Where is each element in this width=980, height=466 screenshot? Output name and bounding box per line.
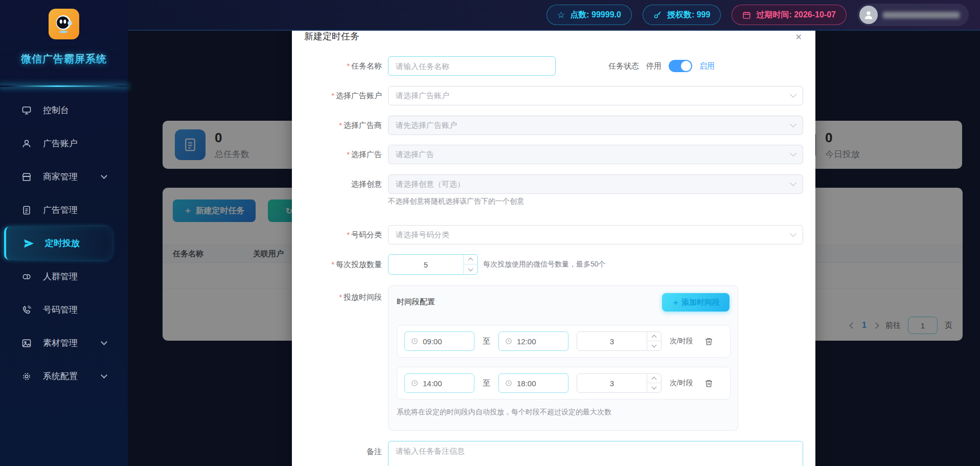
trash-icon[interactable] bbox=[704, 337, 713, 346]
sidebar-item-scheduled-delivery[interactable]: 定时投放 bbox=[4, 227, 112, 260]
chevron-down-icon bbox=[790, 150, 796, 157]
license-badge: 授权数: 999 bbox=[643, 5, 721, 25]
people-icon bbox=[21, 272, 32, 282]
document-icon bbox=[21, 205, 32, 215]
time-range-row: 09:00 至 12:00 次/时段 bbox=[397, 325, 731, 358]
status-toggle[interactable] bbox=[669, 60, 692, 72]
per-count-helper-text: 每次投放使用的微信号数量，最多50个 bbox=[483, 260, 606, 269]
chevron-down-icon bbox=[790, 121, 796, 127]
sidebar-item-ad-accounts[interactable]: 广告账户 bbox=[0, 127, 128, 160]
creative-helper-text: 不选择创意将随机选择该广告下的一个创意 bbox=[388, 197, 524, 206]
field-label-ad-account: *选择广告账户 bbox=[304, 91, 382, 101]
stepper-up-icon[interactable] bbox=[464, 255, 477, 264]
time-section-panel: 时间段配置 ＋添加时间段 09:00 至 12:00 bbox=[388, 285, 738, 431]
field-label-advertiser: *选择广告商 bbox=[304, 121, 382, 130]
creative-select[interactable]: 请选择创意（可选） bbox=[388, 174, 803, 194]
sidebar-item-numbers[interactable]: 号码管理 bbox=[0, 293, 128, 326]
key-icon bbox=[653, 11, 662, 19]
sidebar-item-materials[interactable]: 素材管理 bbox=[0, 326, 128, 360]
start-time-input[interactable]: 09:00 bbox=[404, 331, 474, 351]
stepper-down-icon[interactable] bbox=[464, 264, 477, 274]
chevron-down-icon bbox=[790, 91, 796, 98]
chevron-down-icon bbox=[101, 339, 107, 345]
close-icon[interactable]: ✕ bbox=[795, 32, 802, 42]
add-time-range-button[interactable]: ＋添加时间段 bbox=[662, 293, 730, 312]
app-title: 微信广告霸屏系统 bbox=[0, 52, 128, 66]
clock-icon bbox=[411, 380, 418, 387]
to-label: 至 bbox=[483, 379, 490, 388]
sidebar-item-ads[interactable]: 广告管理 bbox=[0, 193, 128, 227]
chevron-down-icon bbox=[101, 172, 107, 179]
stepper-up-icon[interactable] bbox=[647, 374, 661, 383]
chevron-down-icon bbox=[101, 372, 107, 379]
monitor-icon bbox=[21, 105, 32, 116]
sidebar-menu: 控制台 广告账户 商家管理 广告管理 定时投放 人群管理 号码管理 bbox=[0, 94, 128, 393]
field-label-time-section: *投放时间段 bbox=[304, 285, 382, 302]
phone-icon bbox=[21, 305, 32, 315]
time-range-row: 14:00 至 18:00 次/时段 bbox=[397, 367, 731, 400]
username-redacted bbox=[883, 12, 960, 18]
number-category-select[interactable]: 请选择号码分类 bbox=[388, 225, 803, 245]
end-time-input[interactable]: 18:00 bbox=[498, 373, 568, 393]
top-bar: ☆ 点数: 99999.0 授权数: 999 过期时间: 2026-10-07 bbox=[128, 0, 980, 31]
ad-account-select[interactable]: 请选择广告账户 bbox=[388, 86, 803, 105]
chevron-down-icon bbox=[790, 230, 796, 237]
clock-icon bbox=[411, 338, 418, 345]
time-panel-title: 时间段配置 bbox=[397, 297, 435, 307]
plus-icon: ＋ bbox=[672, 298, 679, 307]
field-label-remark: 备注 bbox=[304, 441, 382, 457]
star-icon: ☆ bbox=[557, 10, 565, 20]
sidebar-divider bbox=[0, 85, 128, 87]
shop-icon bbox=[21, 172, 32, 182]
count-stepper[interactable] bbox=[577, 373, 662, 393]
field-label-per-count: *每次投放数量 bbox=[304, 260, 382, 270]
to-label: 至 bbox=[483, 337, 490, 346]
user-icon bbox=[21, 139, 32, 149]
sidebar-item-system-config[interactable]: 系统配置 bbox=[0, 360, 128, 393]
paper-plane-icon bbox=[24, 238, 34, 249]
trash-icon[interactable] bbox=[704, 379, 713, 388]
task-name-input[interactable] bbox=[388, 56, 556, 76]
clock-icon bbox=[505, 380, 512, 387]
stepper-down-icon[interactable] bbox=[647, 341, 661, 350]
gear-icon bbox=[21, 371, 32, 382]
per-count-stepper[interactable] bbox=[388, 254, 478, 275]
sidebar: 微信广告霸屏系统 控制台 广告账户 商家管理 广告管理 定时投放 人群管理 bbox=[0, 0, 128, 466]
time-section-helper-text: 系统将在设定的时间段内自动投放，每个时段不超过设定的最大次数 bbox=[397, 408, 611, 417]
advertiser-select[interactable]: 请先选择广告账户 bbox=[388, 116, 803, 135]
avatar bbox=[859, 6, 878, 24]
field-label-creative: 选择创意 bbox=[304, 180, 382, 189]
field-label-ad: *选择广告 bbox=[304, 150, 382, 160]
field-label-number-category: *号码分类 bbox=[304, 230, 382, 240]
ad-select[interactable]: 请选择广告 bbox=[388, 145, 803, 164]
clock-icon bbox=[505, 338, 512, 345]
sidebar-item-merchants[interactable]: 商家管理 bbox=[0, 160, 128, 193]
remark-textarea[interactable] bbox=[388, 441, 803, 466]
points-badge: ☆ 点数: 99999.0 bbox=[546, 5, 632, 25]
user-menu[interactable] bbox=[857, 4, 969, 26]
chevron-down-icon bbox=[790, 180, 796, 186]
expiry-badge: 过期时间: 2026-10-07 bbox=[732, 5, 847, 25]
calendar-icon bbox=[742, 11, 751, 19]
modal-title: 新建定时任务 bbox=[304, 30, 359, 42]
image-icon bbox=[21, 338, 32, 348]
sidebar-item-console[interactable]: 控制台 bbox=[0, 94, 128, 127]
status-off-label: 停用 bbox=[646, 61, 662, 71]
end-time-input[interactable]: 12:00 bbox=[498, 331, 568, 351]
sidebar-item-audiences[interactable]: 人群管理 bbox=[0, 260, 128, 293]
stepper-up-icon[interactable] bbox=[647, 332, 661, 341]
app-logo bbox=[49, 9, 79, 39]
count-unit-label: 次/时段 bbox=[670, 337, 693, 346]
stepper-down-icon[interactable] bbox=[647, 383, 661, 392]
new-task-modal: 新建定时任务 ✕ *任务名称 任务状态 停用 启用 *选择广告账户 请选择广告账… bbox=[292, 23, 815, 466]
field-label-task-name: *任务名称 bbox=[304, 61, 382, 71]
status-label: 任务状态 bbox=[608, 61, 639, 71]
start-time-input[interactable]: 14:00 bbox=[404, 373, 474, 393]
count-stepper[interactable] bbox=[577, 331, 662, 351]
status-on-label: 启用 bbox=[699, 61, 715, 71]
count-unit-label: 次/时段 bbox=[670, 379, 693, 388]
